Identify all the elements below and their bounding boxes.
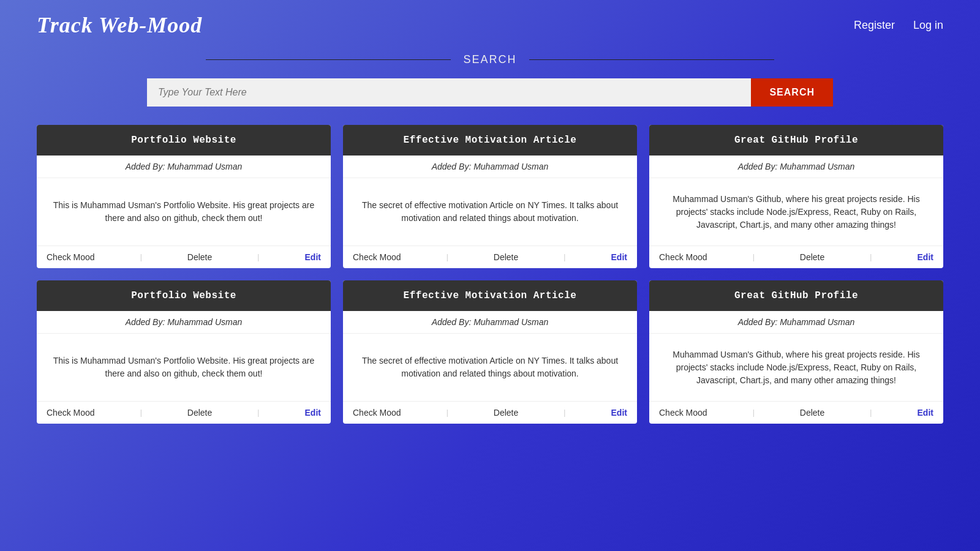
footer-divider-2: | (257, 408, 259, 417)
card-author: Added By: Muhammad Usman (343, 311, 637, 334)
edit-button[interactable]: Edit (305, 408, 321, 418)
card-body: The secret of effective motivation Artic… (343, 334, 637, 401)
edit-button[interactable]: Edit (918, 252, 933, 262)
delete-button[interactable]: Delete (187, 252, 212, 262)
delete-button[interactable]: Delete (494, 252, 518, 262)
card-1-2: Great GitHub Profile Added By: Muhammad … (649, 280, 943, 424)
card-footer: Check Mood | Delete | Edit (343, 401, 637, 424)
search-section-header: SEARCH (0, 44, 980, 72)
card-title: Great GitHub Profile (649, 125, 943, 156)
check-mood-button[interactable]: Check Mood (659, 408, 707, 418)
card-title: Effective Motivation Article (343, 280, 637, 311)
nav-links: Register Log in (854, 19, 943, 32)
card-title: Portfolio Website (37, 125, 331, 156)
search-bar-container: SEARCH (0, 72, 980, 119)
card-title: Great GitHub Profile (649, 280, 943, 311)
check-mood-button[interactable]: Check Mood (47, 252, 95, 262)
card-0-2: Great GitHub Profile Added By: Muhammad … (649, 125, 943, 268)
edit-button[interactable]: Edit (611, 408, 627, 418)
check-mood-button[interactable]: Check Mood (353, 408, 401, 418)
check-mood-button[interactable]: Check Mood (47, 408, 95, 418)
card-footer: Check Mood | Delete | Edit (649, 246, 943, 268)
card-title: Effective Motivation Article (343, 125, 637, 156)
footer-divider-2: | (257, 253, 259, 261)
card-footer: Check Mood | Delete | Edit (37, 246, 331, 268)
card-author: Added By: Muhammad Usman (343, 156, 637, 178)
card-1-1: Effective Motivation Article Added By: M… (343, 280, 637, 424)
delete-button[interactable]: Delete (494, 408, 518, 418)
search-label: SEARCH (463, 53, 516, 66)
register-link[interactable]: Register (854, 19, 895, 32)
card-body: This is Muhammad Usman's Portfolio Websi… (37, 178, 331, 246)
card-0-0: Portfolio Website Added By: Muhammad Usm… (37, 125, 331, 268)
footer-divider: | (447, 408, 448, 417)
edit-button[interactable]: Edit (305, 252, 321, 262)
card-footer: Check Mood | Delete | Edit (37, 401, 331, 424)
footer-divider-2: | (870, 253, 872, 261)
edit-button[interactable]: Edit (611, 252, 627, 262)
footer-divider: | (140, 408, 142, 417)
delete-button[interactable]: Delete (187, 408, 212, 418)
card-body: Muhammad Usman's Github, where his great… (649, 178, 943, 246)
card-author: Added By: Muhammad Usman (37, 156, 331, 178)
card-title: Portfolio Website (37, 280, 331, 311)
check-mood-button[interactable]: Check Mood (353, 252, 401, 262)
delete-button[interactable]: Delete (800, 408, 824, 418)
login-link[interactable]: Log in (913, 19, 943, 32)
edit-button[interactable]: Edit (918, 408, 933, 418)
card-body: This is Muhammad Usman's Portfolio Websi… (37, 334, 331, 401)
footer-divider: | (753, 408, 755, 417)
card-footer: Check Mood | Delete | Edit (343, 246, 637, 268)
footer-divider-2: | (564, 253, 565, 261)
logo: Track Web-Mood (37, 12, 202, 38)
card-author: Added By: Muhammad Usman (649, 156, 943, 178)
search-input[interactable] (147, 78, 751, 107)
delete-button[interactable]: Delete (800, 252, 824, 262)
check-mood-button[interactable]: Check Mood (659, 252, 707, 262)
footer-divider: | (753, 253, 755, 261)
cards-section: Portfolio Website Added By: Muhammad Usm… (0, 119, 980, 442)
footer-divider: | (140, 253, 142, 261)
card-0-1: Effective Motivation Article Added By: M… (343, 125, 637, 268)
divider-left (206, 59, 451, 60)
card-footer: Check Mood | Delete | Edit (649, 401, 943, 424)
card-body: Muhammad Usman's Github, where his great… (649, 334, 943, 401)
divider-right (529, 59, 774, 60)
header: Track Web-Mood Register Log in (0, 0, 980, 44)
card-body: The secret of effective motivation Artic… (343, 178, 637, 246)
card-author: Added By: Muhammad Usman (649, 311, 943, 334)
cards-row-2: Portfolio Website Added By: Muhammad Usm… (37, 280, 943, 424)
cards-row-1: Portfolio Website Added By: Muhammad Usm… (37, 125, 943, 268)
footer-divider-2: | (564, 408, 565, 417)
footer-divider: | (447, 253, 448, 261)
search-button[interactable]: SEARCH (751, 78, 833, 107)
card-author: Added By: Muhammad Usman (37, 311, 331, 334)
card-1-0: Portfolio Website Added By: Muhammad Usm… (37, 280, 331, 424)
footer-divider-2: | (870, 408, 872, 417)
